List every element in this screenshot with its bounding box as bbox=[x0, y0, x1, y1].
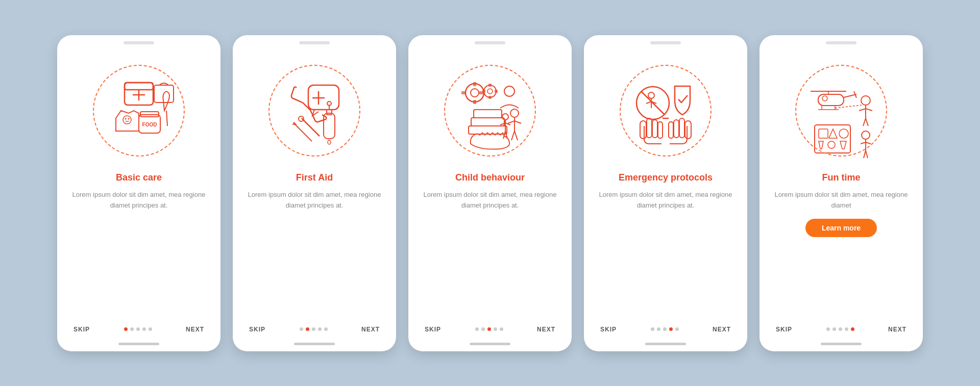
dot-3 bbox=[839, 327, 842, 331]
next-button[interactable]: NEXT bbox=[186, 326, 204, 333]
card-desc: Lorem ipsum dolor sit dim amet, mea regi… bbox=[421, 190, 559, 211]
learn-more-button[interactable]: Learn more bbox=[805, 219, 877, 237]
dots bbox=[475, 327, 503, 331]
skip-button[interactable]: SKIP bbox=[74, 326, 90, 333]
dot-1 bbox=[826, 327, 830, 331]
next-button[interactable]: NEXT bbox=[537, 326, 555, 333]
icon-area-emergency-protocols bbox=[609, 55, 722, 167]
dashed-circle bbox=[795, 65, 887, 157]
dot-4 bbox=[494, 327, 497, 331]
card-nav: SKIP NEXT bbox=[772, 326, 911, 333]
card-nav: SKIP NEXT bbox=[596, 326, 735, 333]
dashed-circle bbox=[268, 65, 360, 157]
card-desc: Lorem ipsum dolor sit dim amet, mea regi… bbox=[245, 190, 384, 211]
card-first-aid: First Aid Lorem ipsum dolor sit dim amet… bbox=[233, 35, 396, 351]
dot-4 bbox=[669, 327, 673, 331]
dot-2 bbox=[657, 327, 660, 331]
dot-2 bbox=[306, 327, 309, 331]
dot-1 bbox=[651, 327, 654, 331]
icon-area-first-aid bbox=[258, 55, 371, 167]
card-title: Emergency protocols bbox=[619, 172, 713, 184]
screens-container: FOOD Basic care Lorem ipsum dolor sit di… bbox=[27, 15, 953, 372]
dot-5 bbox=[324, 327, 328, 331]
card-nav: SKIP NEXT bbox=[245, 326, 384, 333]
card-desc: Lorem ipsum dolor sit dim amet, mea regi… bbox=[596, 190, 735, 211]
dot-3 bbox=[487, 327, 491, 331]
dashed-circle bbox=[93, 65, 185, 157]
card-title: Fun time bbox=[822, 172, 861, 184]
card-nav: SKIP NEXT bbox=[421, 326, 559, 333]
dot-4 bbox=[318, 327, 322, 331]
dot-5 bbox=[149, 327, 152, 331]
next-button[interactable]: NEXT bbox=[888, 326, 906, 333]
dot-3 bbox=[136, 327, 140, 331]
skip-button[interactable]: SKIP bbox=[249, 326, 265, 333]
dots bbox=[826, 327, 854, 331]
card-desc: Lorem ipsum dolor sit dim amet, mea regi… bbox=[69, 190, 208, 211]
dot-1 bbox=[300, 327, 303, 331]
dot-3 bbox=[312, 327, 315, 331]
dots bbox=[300, 327, 328, 331]
icon-area-fun-time bbox=[785, 55, 897, 167]
card-desc: Lorem ipsum dolor sit dim amet, mea regi… bbox=[772, 190, 911, 211]
dot-4 bbox=[845, 327, 848, 331]
dashed-circle bbox=[444, 65, 536, 157]
card-emergency-protocols: Emergency protocols Lorem ipsum dolor si… bbox=[584, 35, 747, 351]
dashed-circle bbox=[620, 65, 712, 157]
skip-button[interactable]: SKIP bbox=[425, 326, 441, 333]
icon-area-basic-care: FOOD bbox=[83, 55, 195, 167]
next-button[interactable]: NEXT bbox=[713, 326, 731, 333]
dot-1 bbox=[124, 327, 128, 331]
skip-button[interactable]: SKIP bbox=[600, 326, 617, 333]
dot-1 bbox=[475, 327, 479, 331]
card-nav: SKIP NEXT bbox=[69, 326, 208, 333]
card-title: Basic care bbox=[116, 172, 162, 184]
dot-2 bbox=[130, 327, 134, 331]
card-child-behaviour: Child behaviour Lorem ipsum dolor sit di… bbox=[408, 35, 572, 351]
dot-3 bbox=[663, 327, 667, 331]
dot-2 bbox=[481, 327, 485, 331]
dot-5 bbox=[851, 327, 854, 331]
dot-2 bbox=[832, 327, 836, 331]
dot-5 bbox=[675, 327, 679, 331]
dots bbox=[124, 327, 152, 331]
skip-button[interactable]: SKIP bbox=[776, 326, 792, 333]
dot-5 bbox=[500, 327, 503, 331]
card-title: First Aid bbox=[296, 172, 333, 184]
dot-4 bbox=[142, 327, 146, 331]
icon-area-child-behaviour bbox=[434, 55, 546, 167]
dots bbox=[651, 327, 679, 331]
card-title: Child behaviour bbox=[455, 172, 525, 184]
next-button[interactable]: NEXT bbox=[361, 326, 380, 333]
card-basic-care: FOOD Basic care Lorem ipsum dolor sit di… bbox=[57, 35, 220, 351]
card-fun-time: Fun time Lorem ipsum dolor sit dim amet,… bbox=[760, 35, 923, 351]
